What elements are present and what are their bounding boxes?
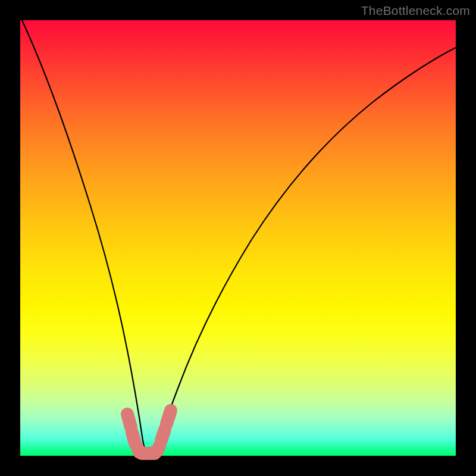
curve-left-branch (22, 20, 146, 455)
marker-seg-7 (167, 411, 171, 424)
bottleneck-curve (20, 20, 456, 456)
marker-seg-6 (161, 430, 165, 440)
watermark-text: TheBottleneck.com (361, 4, 470, 18)
marker-seg-1 (127, 414, 131, 427)
curve-right-branch (152, 48, 456, 455)
plot-area (20, 20, 456, 456)
marker-seg-5 (157, 446, 159, 451)
bottleneck-markers (127, 411, 171, 453)
chart-frame: TheBottleneck.com (0, 0, 476, 476)
